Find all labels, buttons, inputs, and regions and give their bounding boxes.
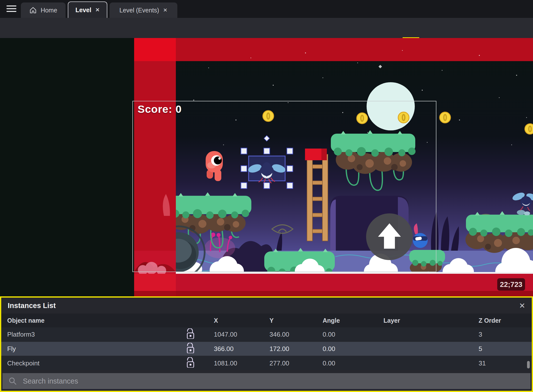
- cell-x[interactable]: 1047.00: [202, 331, 259, 338]
- panel-scrollbar-thumb[interactable]: [527, 361, 530, 368]
- instances-search-bar: [2, 373, 531, 389]
- cell-angle[interactable]: 0.00: [311, 359, 372, 367]
- outside-scene-area: [0, 38, 134, 296]
- cell-x[interactable]: 1081.00: [202, 359, 259, 367]
- tab-level-events-close-icon[interactable]: ✕: [163, 7, 168, 13]
- toolbar: Preview Publish: [0, 18, 533, 38]
- top-guide-band: [134, 38, 533, 61]
- panel-title: Instances List: [8, 302, 56, 310]
- cell-z-order[interactable]: 31: [467, 359, 532, 367]
- coin: [440, 112, 451, 123]
- scene-editor-canvas[interactable]: Score: 0 22;723: [0, 38, 533, 296]
- score-hud-text: Score: 0: [138, 103, 182, 115]
- column-y: Y: [259, 317, 311, 324]
- stone-decoration: [524, 211, 530, 215]
- table-row-platform3[interactable]: Platform3 1047.00 346.00 0.00 3: [1, 327, 532, 342]
- cell-x[interactable]: 366.00: [202, 345, 259, 353]
- panel-close-icon[interactable]: ✕: [519, 301, 525, 310]
- column-angle: Angle: [311, 317, 372, 324]
- stone-decoration: [517, 210, 525, 215]
- cell-object-name: Platform3: [1, 331, 179, 338]
- column-x: X: [202, 317, 259, 324]
- home-icon: [29, 6, 37, 14]
- cell-angle[interactable]: 0.00: [311, 345, 372, 353]
- cursor-coordinates-badge: 22;723: [497, 278, 525, 291]
- coin: [357, 113, 368, 124]
- lock-open-icon[interactable]: [179, 343, 202, 355]
- cell-object-name: Checkpoint: [1, 359, 179, 367]
- selected-fly-instance: [247, 156, 287, 184]
- bottom-band: [134, 274, 533, 291]
- tab-home[interactable]: Home: [21, 2, 66, 18]
- search-icon: [8, 377, 17, 385]
- menu-icon[interactable]: [6, 5, 16, 12]
- search-instances-input[interactable]: [23, 377, 531, 385]
- cell-angle[interactable]: 0.00: [311, 331, 372, 338]
- coin: [525, 124, 533, 134]
- tab-level-active[interactable]: Level ✕: [68, 1, 107, 18]
- tab-level-label: Level: [76, 6, 91, 14]
- lock-open-icon[interactable]: [179, 328, 202, 341]
- column-layer: Layer: [372, 317, 467, 324]
- cell-y[interactable]: 346.00: [259, 331, 311, 338]
- ground-line: [134, 272, 533, 274]
- column-z-order: Z Order: [467, 317, 532, 324]
- cell-y[interactable]: 172.00: [259, 345, 311, 353]
- table-row-fly-selected[interactable]: Fly 366.00 172.00 0.00 5: [1, 342, 532, 356]
- table-row-checkpoint[interactable]: Checkpoint 1081.00 277.00 0.00 31: [1, 356, 532, 371]
- coin: [398, 112, 409, 123]
- tab-level-events[interactable]: Level (Events) ✕: [110, 2, 177, 18]
- coin: [263, 111, 274, 121]
- tab-level-close-icon[interactable]: ✕: [95, 7, 100, 13]
- tab-home-label: Home: [41, 7, 57, 14]
- scene-art: [0, 38, 533, 296]
- moon: [367, 82, 415, 130]
- red-guide-stripe: [134, 38, 176, 296]
- cell-object-name: Fly: [1, 345, 179, 353]
- bottom-dark-band: [134, 291, 533, 296]
- tab-level-events-label: Level (Events): [119, 7, 159, 14]
- instances-list-panel: Instances List ✕ Object name X Y Angle L…: [0, 296, 533, 392]
- tab-bar: Home Level ✕ Level (Events) ✕: [0, 0, 533, 18]
- cell-z-order[interactable]: 3: [467, 331, 532, 338]
- cell-z-order[interactable]: 5: [467, 345, 532, 353]
- column-object-name: Object name: [1, 317, 179, 324]
- lock-open-icon[interactable]: [179, 357, 202, 369]
- jump-button: [366, 213, 413, 260]
- cell-y[interactable]: 277.00: [259, 359, 311, 367]
- instances-table-header: Object name X Y Angle Layer Z Order: [1, 314, 532, 327]
- platform-right: [465, 210, 533, 253]
